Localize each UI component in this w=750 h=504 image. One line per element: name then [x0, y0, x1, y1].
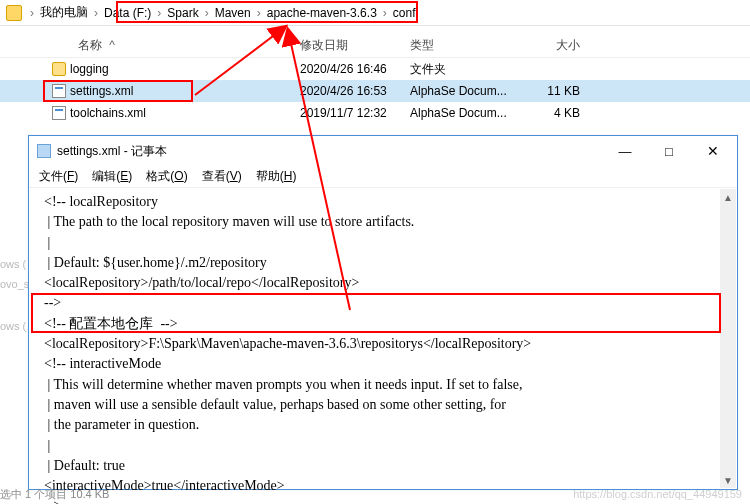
text-line: | Default: ${user.home}/.m2/repository [37, 253, 729, 273]
xml-file-icon [52, 106, 66, 120]
breadcrumb[interactable]: › 我的电脑 › Data (F:) › Spark › Maven › apa… [0, 0, 750, 26]
column-header-date[interactable]: 修改日期 [300, 37, 410, 54]
text-line: | [37, 233, 729, 253]
file-explorer: › 我的电脑 › Data (F:) › Spark › Maven › apa… [0, 0, 750, 135]
breadcrumb-item[interactable]: Data (F:) [100, 6, 155, 20]
text-line: | This will determine whether maven prom… [37, 375, 729, 395]
text-line: | The path to the local repository maven… [37, 212, 729, 232]
titlebar[interactable]: settings.xml - 记事本 — □ ✕ [29, 136, 737, 166]
file-name: settings.xml [70, 84, 300, 98]
file-list-header[interactable]: 名称 ^ 修改日期 类型 大小 [0, 28, 750, 58]
text-line: <localRepository>/path/to/local/repo</lo… [37, 273, 729, 293]
file-row[interactable]: settings.xml 2020/4/26 16:53 AlphaSe Doc… [0, 80, 750, 102]
close-button[interactable]: ✕ [691, 137, 735, 165]
scroll-up-icon[interactable]: ▲ [720, 189, 736, 205]
file-size: 11 KB [520, 84, 590, 98]
text-line: | Default: true [37, 456, 729, 476]
scrollbar-vertical[interactable]: ▲ ▼ [720, 189, 736, 488]
text-line: <localRepository>F:\Spark\Maven\apache-m… [37, 334, 729, 354]
menu-view[interactable]: 查看(V) [196, 168, 248, 185]
file-row[interactable]: toolchains.xml 2019/11/7 12:32 AlphaSe D… [0, 102, 750, 124]
notepad-window: settings.xml - 记事本 — □ ✕ 文件(F) 编辑(E) 格式(… [28, 135, 738, 490]
breadcrumb-item[interactable]: conf [389, 6, 420, 20]
menu-file[interactable]: 文件(F) [33, 168, 84, 185]
file-type: 文件夹 [410, 61, 520, 78]
folder-icon [6, 5, 22, 21]
column-header-name-label: 名称 [78, 38, 102, 52]
menu-format[interactable]: 格式(O) [140, 168, 193, 185]
file-list: 名称 ^ 修改日期 类型 大小 logging 2020/4/26 16:46 … [0, 26, 750, 124]
text-area[interactable]: <!-- localRepository | The path to the l… [29, 188, 737, 504]
file-date: 2019/11/7 12:32 [300, 106, 410, 120]
folder-icon [52, 62, 66, 76]
notepad-icon [37, 144, 51, 158]
file-date: 2020/4/26 16:46 [300, 62, 410, 76]
occluded-text: ows ( [0, 258, 28, 270]
menu-help[interactable]: 帮助(H) [250, 168, 303, 185]
sort-indicator-icon: ^ [109, 38, 115, 52]
breadcrumb-root[interactable]: 我的电脑 [36, 4, 92, 21]
scroll-down-icon[interactable]: ▼ [720, 472, 736, 488]
xml-file-icon [52, 84, 66, 98]
text-line: | the parameter in question. [37, 415, 729, 435]
breadcrumb-item[interactable]: apache-maven-3.6.3 [263, 6, 381, 20]
file-type: AlphaSe Docum... [410, 84, 520, 98]
maximize-button[interactable]: □ [647, 137, 691, 165]
menubar: 文件(F) 编辑(E) 格式(O) 查看(V) 帮助(H) [29, 166, 737, 188]
chevron-right-icon: › [381, 6, 389, 20]
text-line: | [37, 436, 729, 456]
text-line: --> [37, 293, 729, 313]
breadcrumb-item[interactable]: Spark [163, 6, 202, 20]
chevron-right-icon: › [203, 6, 211, 20]
text-line: <!-- interactiveMode [37, 354, 729, 374]
text-line: <!-- localRepository [37, 192, 729, 212]
column-header-type[interactable]: 类型 [410, 37, 520, 54]
text-line: <interactiveMode>true</interactiveMode> [37, 476, 729, 496]
file-row[interactable]: logging 2020/4/26 16:46 文件夹 [0, 58, 750, 80]
window-title: settings.xml - 记事本 [57, 143, 603, 160]
chevron-right-icon: › [255, 6, 263, 20]
chevron-right-icon: › [155, 6, 163, 20]
file-size: 4 KB [520, 106, 590, 120]
occluded-text: ows ( [0, 320, 28, 332]
text-line: <!-- 配置本地仓库 --> [37, 314, 729, 334]
text-line: --> [37, 496, 729, 504]
occluded-text: ovo_s [0, 278, 28, 290]
file-name: logging [70, 62, 300, 76]
breadcrumb-item[interactable]: Maven [211, 6, 255, 20]
column-header-name[interactable]: 名称 ^ [78, 37, 300, 54]
text-line: | maven will use a sensible default valu… [37, 395, 729, 415]
minimize-button[interactable]: — [603, 137, 647, 165]
file-name: toolchains.xml [70, 106, 300, 120]
file-type: AlphaSe Docum... [410, 106, 520, 120]
column-header-size[interactable]: 大小 [520, 37, 590, 54]
chevron-right-icon: › [28, 6, 36, 20]
status-bar-text: 选中 1 个项目 10.4 KB [0, 487, 109, 502]
file-date: 2020/4/26 16:53 [300, 84, 410, 98]
chevron-right-icon: › [92, 6, 100, 20]
menu-edit[interactable]: 编辑(E) [86, 168, 138, 185]
